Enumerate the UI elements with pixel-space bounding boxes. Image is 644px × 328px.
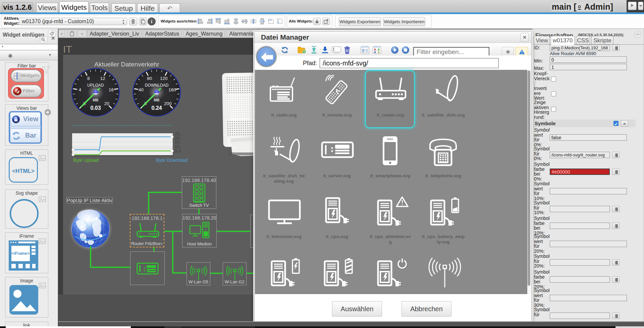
svg-text:5,0: 5,0 [175, 148, 181, 153]
svg-text:12: 12 [100, 76, 105, 81]
svg-text:0.24: 0.24 [151, 105, 162, 111]
svg-text:160: 160 [168, 87, 176, 92]
svg-text:8: 8 [87, 76, 90, 81]
svg-text:120: 120 [160, 76, 168, 81]
svg-text:16: 16 [109, 87, 114, 92]
svg-text:<iFrame>: <iFrame> [11, 251, 29, 256]
svg-text:20: 20 [104, 101, 109, 106]
svg-text:200: 200 [164, 101, 172, 106]
svg-text:0.03: 0.03 [90, 105, 101, 111]
svg-text:4: 4 [79, 87, 82, 92]
svg-text:MB: MB [154, 98, 159, 102]
svg-text:40: 40 [139, 87, 144, 92]
svg-text:80: 80 [147, 76, 152, 81]
svg-text:MB: MB [93, 98, 98, 102]
